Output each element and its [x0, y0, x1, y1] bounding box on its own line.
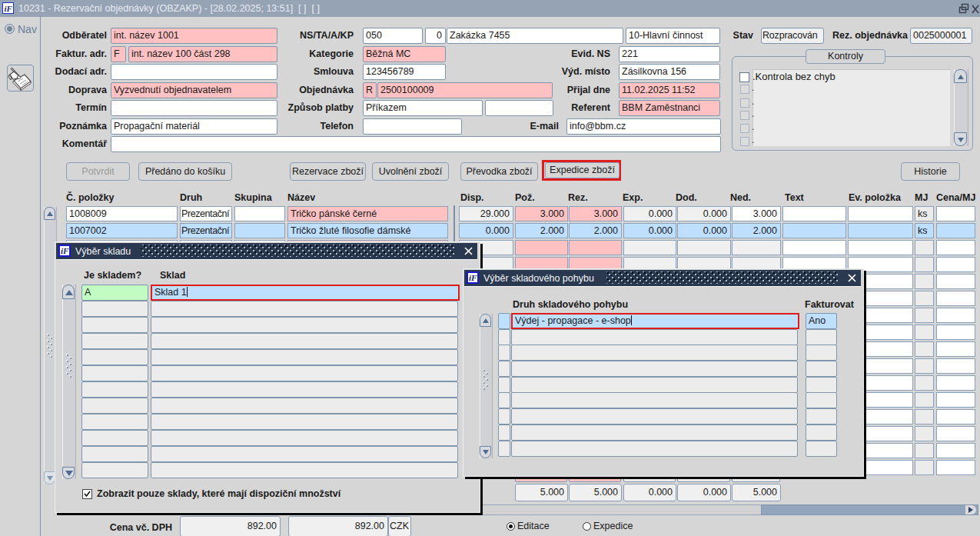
svg-text:iF: iF: [469, 273, 477, 282]
svg-text:iF: iF: [61, 246, 69, 255]
svg-text:iF: iF: [5, 4, 13, 13]
